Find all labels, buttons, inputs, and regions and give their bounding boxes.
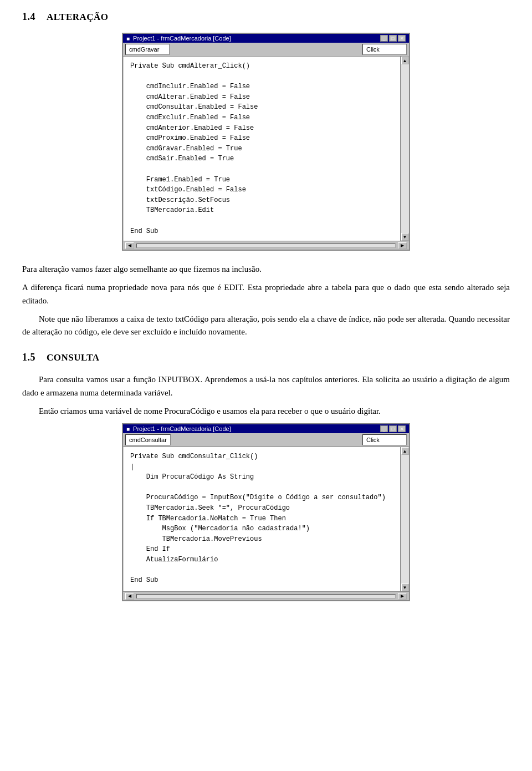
scroll-up-1[interactable]: ▲: [401, 57, 409, 64]
status-right-btn-1[interactable]: ▶: [398, 242, 407, 249]
code-line: [130, 72, 398, 82]
close-btn-2[interactable]: ✕: [398, 425, 406, 432]
code-line: TBMercadoria.MovePrevious: [130, 534, 398, 545]
title-area-2: ■ Project1 - frmCadMercadoria [Code]: [126, 425, 231, 432]
toolbar-right-2: Click: [362, 434, 407, 445]
code-line: cmdExcluir.Enabled = False: [130, 113, 398, 123]
code-line: cmdGravar.Enabled = True: [130, 144, 398, 154]
code-line: End Sub: [130, 575, 398, 586]
scroll-track-1: [401, 64, 409, 233]
status-track-1: [136, 244, 396, 248]
code-line: Private Sub cmdConsultar_Click(): [130, 452, 398, 462]
scrollbar-2[interactable]: ▲ ▼: [400, 447, 409, 591]
window-icon-1: ■: [126, 35, 130, 42]
para-1: Para alteração vamos fazer algo semelhan…: [22, 263, 510, 276]
status-right-btn-2[interactable]: ▶: [398, 593, 407, 600]
scroll-track-2: [401, 455, 409, 584]
statusbar-1: ◀ ▶: [123, 241, 409, 250]
code-body-1: Private Sub cmdAlterar_Click() cmdInclui…: [123, 57, 409, 241]
code-line: TBMercadoria.Seek "=", ProcuraCódigo: [130, 503, 398, 514]
code-line: Frame1.Enabled = True: [130, 175, 398, 185]
code-line: [130, 483, 398, 493]
toolbar-right-1: Click: [362, 44, 407, 55]
status-track-2: [136, 594, 396, 598]
para-5: Então criamos uma variável de nome Procu…: [22, 405, 510, 418]
scroll-down-1[interactable]: ▼: [401, 233, 409, 241]
minimize-btn-2[interactable]: _: [380, 425, 388, 432]
status-left-btn-2[interactable]: ◀: [125, 593, 134, 600]
code-line: End If: [130, 544, 398, 555]
code-line: MsgBox ("Mercadoria não cadastrada!"): [130, 524, 398, 534]
title-text-2: Project1 - frmCadMercadoria [Code]: [133, 425, 231, 432]
toolbar-2: cmdConsultar Click: [123, 433, 409, 447]
section-heading-1-4: 1.4 Alteração: [22, 11, 510, 23]
para-3: Note que não liberamos a caixa de texto …: [22, 313, 510, 339]
win-controls-2: _ □ ✕: [380, 425, 406, 432]
para-4: Para consulta vamos usar a função INPUTB…: [22, 373, 510, 399]
code-line: ProcuraCódigo = InputBox("Digite o Códig…: [130, 493, 398, 503]
maximize-btn-2[interactable]: □: [389, 425, 397, 432]
para-2: A diferença ficará numa propriedade nova…: [22, 281, 510, 307]
status-left-btn-1[interactable]: ◀: [125, 242, 134, 249]
code-line: txtDescrição.SetFocus: [130, 195, 398, 206]
code-line: [130, 164, 398, 175]
title-area-1: ■ Project1 - frmCadMercadoria [Code]: [126, 35, 231, 42]
scrollbar-1[interactable]: ▲ ▼: [400, 57, 409, 241]
code-area-1: Private Sub cmdAlterar_Click() cmdInclui…: [123, 57, 409, 241]
code-window-1: ■ Project1 - frmCadMercadoria [Code] _ □…: [122, 33, 410, 251]
code-window-2: ■ Project1 - frmCadMercadoria [Code] _ □…: [122, 423, 410, 601]
minimize-btn-1[interactable]: _: [380, 35, 388, 42]
title-text-1: Project1 - frmCadMercadoria [Code]: [133, 35, 231, 42]
code-body-2: Private Sub cmdConsultar_Click()| Dim Pr…: [123, 447, 409, 591]
window-icon-2: ■: [126, 426, 130, 432]
code-line: [130, 565, 398, 576]
code-line: End Sub: [130, 226, 398, 237]
toolbar-left-1: cmdGravar: [125, 44, 170, 55]
toolbar-left-2: cmdConsultar: [125, 434, 171, 445]
code-line: cmdIncluir.Enabled = False: [130, 82, 398, 92]
close-btn-1[interactable]: ✕: [398, 35, 406, 42]
code-line: cmdConsultar.Enabled = False: [130, 102, 398, 113]
code-line: |: [130, 462, 398, 473]
code-line: cmdSair.Enabled = True: [130, 154, 398, 164]
maximize-btn-1[interactable]: □: [389, 35, 397, 42]
code-area-2: Private Sub cmdConsultar_Click()| Dim Pr…: [123, 447, 409, 591]
scroll-up-2[interactable]: ▲: [401, 447, 409, 455]
code-line: Dim ProcuraCódigo As String: [130, 472, 398, 483]
toolbar-1: cmdGravar Click: [123, 43, 409, 57]
scroll-down-2[interactable]: ▼: [401, 584, 409, 591]
statusbar-2: ◀ ▶: [123, 591, 409, 600]
code-line: Private Sub cmdAlterar_Click(): [130, 61, 398, 72]
win-controls-1: _ □ ✕: [380, 35, 406, 42]
code-line: cmdAnterior.Enabled = False: [130, 123, 398, 134]
code-line: If TBMercadoria.NoMatch = True Then: [130, 514, 398, 524]
code-line: txtCódigo.Enabled = False: [130, 185, 398, 195]
section-heading-1-5: 1.5 Consulta: [22, 352, 510, 363]
code-line: [130, 216, 398, 226]
titlebar-2: ■ Project1 - frmCadMercadoria [Code] _ □…: [123, 424, 409, 433]
code-line: AtualizaFormulário: [130, 555, 398, 565]
titlebar-1: ■ Project1 - frmCadMercadoria [Code] _ □…: [123, 34, 409, 43]
code-line: cmdProximo.Enabled = False: [130, 133, 398, 144]
code-line: TBMercadoria.Edit: [130, 205, 398, 216]
code-line: cmdAlterar.Enabled = False: [130, 92, 398, 103]
